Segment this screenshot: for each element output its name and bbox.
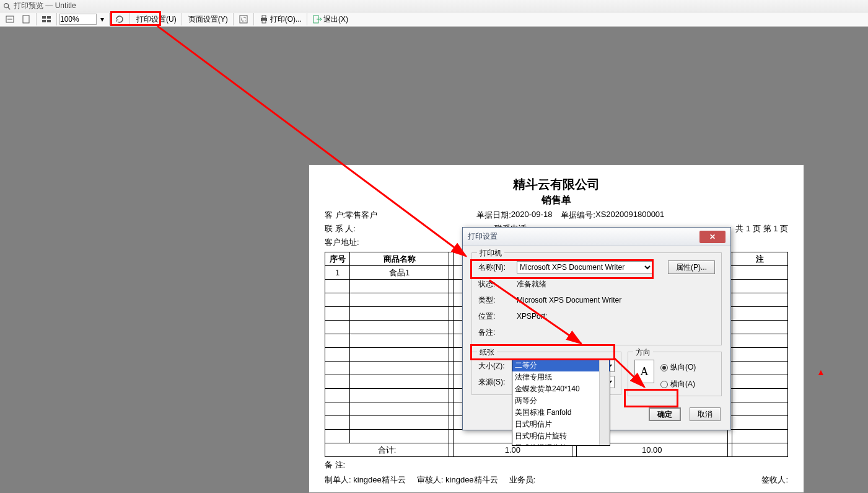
billno-label: 单据编号: — [561, 210, 595, 221]
dialog-title: 打印设置 — [468, 231, 498, 242]
orientation-preview-icon: A — [634, 360, 654, 383]
title-bar: 打印预览 — Untitle — [0, 0, 868, 12]
close-icon[interactable]: ✕ — [699, 231, 726, 243]
landscape-radio[interactable]: 横向(A) — [660, 379, 696, 389]
cancel-button[interactable]: 取消 — [690, 407, 721, 421]
col-note: 注 — [732, 252, 788, 266]
contact-label: 联 系 人: — [325, 223, 356, 234]
paper-size-dropdown[interactable]: 二等分法律专用纸金蝶发货单240*140两等分美国标准 Fanfold日式明信片… — [512, 359, 610, 446]
col-name: 商品名称 — [350, 252, 449, 266]
svg-rect-7 — [42, 20, 46, 22]
margins-icon[interactable] — [236, 13, 251, 25]
remark-label: 备 注: — [325, 460, 345, 471]
svg-rect-10 — [242, 17, 245, 21]
page-info: 共 1 页 第 1 页 — [735, 223, 788, 234]
size-option[interactable]: 法律专用纸 — [512, 371, 610, 383]
window-title: 打印预览 — Untitle — [14, 1, 76, 11]
svg-point-0 — [4, 3, 9, 7]
zoom-dropdown-icon[interactable]: ▾ — [98, 13, 107, 25]
properties-button[interactable]: 属性(P)... — [668, 260, 715, 274]
size-option[interactable]: 二等分 — [512, 360, 610, 371]
zoom-select[interactable] — [59, 14, 97, 25]
total-label: 合计: — [325, 443, 449, 457]
orientation-group: 方向 A 纵向(O) 横向(A) — [628, 352, 722, 396]
svg-rect-8 — [47, 20, 51, 22]
fit-width-icon[interactable] — [2, 13, 17, 25]
size-option[interactable]: 日式往返明信片 — [512, 442, 610, 446]
exit-button[interactable]: 退出(X) — [310, 13, 351, 25]
svg-line-1 — [8, 7, 11, 9]
portrait-radio[interactable]: 纵向(O) — [660, 362, 696, 373]
preview-icon — [2, 2, 11, 11]
size-option[interactable]: 美国标准 Fanfold — [512, 407, 610, 419]
svg-rect-4 — [23, 16, 29, 23]
printer-group: 打印机 名称(N): Microsoft XPS Document Writer… — [471, 252, 722, 345]
refresh-icon[interactable] — [112, 13, 127, 25]
ok-button[interactable]: 确定 — [649, 407, 681, 421]
multi-page-icon[interactable] — [39, 13, 54, 25]
doc-title: 销售单 — [325, 194, 788, 207]
toolbar: ▾ 打印设置(U) 页面设置(Y) 打印(O)... 退出(X) — [0, 12, 868, 27]
size-option[interactable]: 两等分 — [512, 395, 610, 407]
size-option[interactable]: 日式明信片旋转 — [512, 430, 610, 442]
company-name: 精斗云有限公司 — [325, 176, 788, 193]
svg-rect-9 — [240, 16, 247, 23]
customer-value: 零售客户 — [345, 210, 377, 221]
print-button[interactable]: 打印(O)... — [256, 13, 304, 25]
date-label: 单据日期: — [476, 210, 511, 221]
printer-name-select[interactable]: Microsoft XPS Document Writer — [517, 261, 653, 273]
size-option[interactable]: 日式明信片 — [512, 419, 610, 430]
size-option[interactable]: 金蝶发货单240*140 — [512, 383, 610, 395]
billno-value: XS2020091800001 — [595, 210, 664, 221]
customer-label: 客 户: — [325, 210, 345, 221]
page-setup-button[interactable]: 页面设置(Y) — [185, 13, 230, 25]
address-label: 客户地址: — [325, 237, 359, 248]
date-value: 2020-09-18 — [511, 210, 553, 221]
print-setup-button[interactable]: 打印设置(U) — [133, 13, 179, 25]
svg-rect-5 — [42, 16, 46, 19]
svg-rect-6 — [47, 16, 51, 19]
svg-rect-12 — [262, 16, 266, 18]
svg-rect-13 — [262, 20, 266, 23]
col-seq: 序号 — [325, 252, 350, 266]
fit-page-icon[interactable] — [19, 13, 33, 25]
